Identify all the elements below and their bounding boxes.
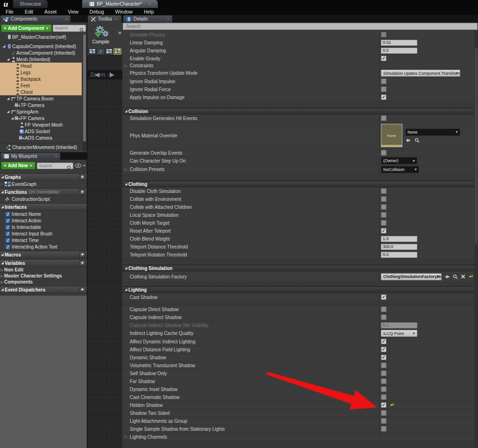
- components-scrollbar[interactable]: [83, 34, 86, 151]
- close-icon[interactable]: ×: [55, 154, 57, 159]
- expander-open-icon[interactable]: ◢: [6, 97, 10, 100]
- tree-item-springarm[interactable]: ◢SpringArm: [0, 108, 82, 115]
- checkbox-reset-after-teleport[interactable]: [381, 228, 387, 234]
- tree-item-capsulecomponent-inherited-[interactable]: ◢CapsuleComponent (Inherited): [0, 43, 82, 50]
- nav-back-icon[interactable]: ◀: [95, 71, 99, 78]
- input-teleport-distance-threshold[interactable]: 300.0: [381, 244, 417, 250]
- browse-icon[interactable]: [415, 138, 420, 143]
- add-icon[interactable]: +: [79, 252, 85, 257]
- browse-icon[interactable]: [453, 274, 458, 279]
- expander-icon[interactable]: ▷: [0, 268, 4, 272]
- details-section-clothing-simulation[interactable]: ◢Clothing Simulation: [122, 265, 474, 271]
- tree-item-arrowcomponent-inherited-[interactable]: ArrowComponent (Inherited): [0, 50, 82, 56]
- details-section-collision[interactable]: ◢Collision: [122, 108, 474, 114]
- checkbox-dynamic-inset-shadow[interactable]: [381, 386, 387, 392]
- tree-item-ads-camera[interactable]: ADS Camera: [0, 135, 82, 141]
- checkbox-collide-with-attached-children[interactable]: [381, 204, 387, 210]
- input-teleport-rotation-threshold[interactable]: 0.0: [381, 252, 417, 258]
- checkbox-cloth-morph-target[interactable]: [381, 220, 387, 226]
- details-scrollbar-thumb[interactable]: [475, 48, 478, 244]
- blueprint-item-interact-action[interactable]: fInteract Action: [0, 217, 87, 224]
- add-icon[interactable]: +: [79, 174, 85, 180]
- tree-item-feet[interactable]: Feet: [0, 82, 82, 89]
- tab-toolbar[interactable]: Toolba ×: [88, 15, 121, 22]
- tree-item-ads-socket[interactable]: ADS Socket: [0, 128, 82, 135]
- dropdown-physics-transform-update-mode[interactable]: Simulation Upates Component Transform▼: [381, 70, 460, 77]
- checkbox-volumetric-translucent-shadow[interactable]: [381, 363, 387, 368]
- variable-category-master-character-settings[interactable]: ▷Master Character Settings: [0, 273, 87, 279]
- menu-item-view[interactable]: View: [62, 9, 84, 14]
- checkbox-light-attachments-as-group[interactable]: [381, 418, 387, 424]
- checkbox-ignore-radial-force[interactable]: [381, 86, 387, 92]
- checkbox-shadow-two-sided[interactable]: [381, 410, 387, 416]
- checkbox-collide-with-environment[interactable]: [381, 196, 387, 202]
- checkbox-self-shadow-only[interactable]: [381, 370, 387, 376]
- checkbox-cast-shadow[interactable]: [381, 294, 387, 300]
- checkbox-hidden-shadow[interactable]: [381, 402, 387, 408]
- tree-item-tp-camera-boom[interactable]: ◢TP Camera Boom: [0, 95, 82, 102]
- tab-details[interactable]: i Details ×: [123, 15, 172, 22]
- checkbox-apply-impulse-on-damage[interactable]: [381, 94, 387, 100]
- tree-item-backpack[interactable]: Backpack: [0, 76, 82, 82]
- blueprint-item-is-interactable[interactable]: fIs Interactable: [0, 224, 87, 230]
- details-section-lighting[interactable]: ◢Lighting: [122, 286, 474, 293]
- compile-button[interactable]: Compile: [87, 39, 114, 44]
- nav-forward-icon[interactable]: ▶: [110, 71, 114, 78]
- checkbox-cast-cinematic-shadow[interactable]: [381, 394, 387, 400]
- expander-icon[interactable]: ▷: [125, 64, 130, 68]
- checkbox-generate-overlap-events[interactable]: [381, 150, 387, 156]
- section-header-variables[interactable]: ◢Variables+: [0, 259, 87, 267]
- section-header-graphs[interactable]: ◢Graphs+: [0, 173, 87, 181]
- tree-item-mesh-inherited-[interactable]: ◢Mesh (Inherited): [0, 56, 82, 63]
- blueprint-item-interacting-action-text[interactable]: fInteracting Action Text: [0, 243, 87, 250]
- graph-mode-button[interactable]: [105, 48, 113, 55]
- checkbox-local-space-simulation[interactable]: [381, 212, 387, 218]
- close-icon[interactable]: ×: [65, 17, 68, 21]
- components-scrollbar-thumb[interactable]: [83, 34, 86, 142]
- add-new-button[interactable]: + Add New ▼: [1, 162, 35, 170]
- menu-item-window[interactable]: Window: [110, 9, 138, 14]
- tab-my-blueprint[interactable]: My Blueprint ×: [0, 153, 60, 160]
- blueprint-item-interact-time[interactable]: fInteract Time: [0, 237, 87, 243]
- checkbox-capsule-direct-shadow[interactable]: [381, 306, 387, 312]
- window-tab-0[interactable]: Showcase: [13, 0, 48, 8]
- checkbox-enable-gravity[interactable]: [381, 56, 387, 61]
- expander-open-icon[interactable]: ◢: [2, 44, 6, 48]
- reset-to-default-icon[interactable]: [389, 403, 394, 407]
- blueprint-item-constructionscript[interactable]: fConstructionScript: [0, 196, 87, 202]
- function-mode-button[interactable]: ƒ: [97, 48, 105, 55]
- variable-category-non-edit[interactable]: ▷Non Edit: [0, 267, 87, 273]
- graph-mode-button-selected[interactable]: [113, 48, 121, 55]
- tree-item-chest[interactable]: Chest: [0, 89, 82, 95]
- use-selected-icon[interactable]: [405, 138, 411, 143]
- asset-thumbnail[interactable]: None: [381, 124, 402, 147]
- close-icon[interactable]: ×: [167, 17, 169, 21]
- tree-item-fp-camera[interactable]: ◢FP Camera: [0, 115, 82, 121]
- checkbox-dynamic-shadow[interactable]: [381, 355, 387, 360]
- reset-to-default-icon[interactable]: [468, 274, 473, 279]
- tab-components[interactable]: Components ×: [0, 15, 70, 22]
- add-icon[interactable]: +: [79, 189, 85, 195]
- expander-icon[interactable]: ▷: [0, 182, 4, 186]
- blueprint-item-eventgraph[interactable]: ▷EventGraph: [0, 181, 87, 187]
- details-search-input[interactable]: [123, 24, 477, 29]
- checkbox-single-sample-shadow-from-stationary-lights[interactable]: [381, 426, 387, 432]
- expander-open-icon[interactable]: ◢: [10, 116, 14, 120]
- section-header-interfaces[interactable]: ◢Interfaces: [0, 203, 87, 211]
- menu-item-file[interactable]: File: [0, 9, 19, 14]
- tree-item-bp-mastercharacter-self-[interactable]: BP_MasterCharacter(self): [0, 34, 82, 40]
- input-linear-damping[interactable]: 0.01: [381, 40, 417, 46]
- menu-item-edit[interactable]: Edit: [19, 9, 39, 14]
- blueprint-item-interact-name[interactable]: fInteract Name: [0, 211, 87, 217]
- window-tab-active[interactable]: BP_MasterCharacter*×: [82, 0, 158, 8]
- checkbox-capsule-indirect-shadow[interactable]: [381, 314, 387, 320]
- expander-icon[interactable]: ▷: [125, 435, 130, 439]
- dropdown-can-character-step-up-on[interactable]: (Owner)▼: [381, 157, 417, 164]
- expand-toolbar-icon[interactable]: »: [118, 29, 120, 36]
- variable-category-components[interactable]: ▷Components: [0, 279, 87, 285]
- menu-item-debug[interactable]: Debug: [84, 9, 110, 14]
- checkbox-ignore-radial-impulse[interactable]: [381, 78, 387, 84]
- menu-item-asset[interactable]: Asset: [39, 9, 62, 14]
- view-options-button[interactable]: ▼: [75, 164, 86, 168]
- section-header-event-dispatchers[interactable]: ◢Event Dispatchers+: [0, 286, 87, 293]
